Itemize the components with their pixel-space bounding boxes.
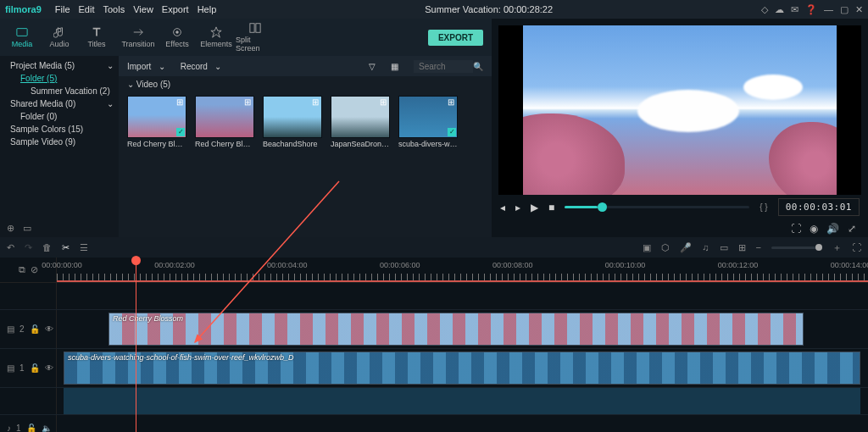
preview-monitor <box>498 25 861 195</box>
tab-titles[interactable]: Titles <box>78 25 115 50</box>
panel-tabs: Media Audio Titles <box>0 19 119 56</box>
tree-project-media[interactable]: Project Media (5)⌄ <box>5 59 114 72</box>
lock-icon[interactable]: 🔓 <box>26 424 36 432</box>
playhead[interactable] <box>136 258 136 432</box>
camera-icon[interactable]: ◉ <box>810 223 818 235</box>
menu-export[interactable]: Export <box>162 4 189 14</box>
tree-sample-video[interactable]: Sample Video (9) <box>10 137 75 147</box>
clip-label: BeachandShore <box>263 138 322 148</box>
media-clip[interactable]: ⊞✓scuba-divers-watchi... <box>398 96 458 148</box>
track-video-1: ▤1🔓👁 scuba-divers-watching-school-of-fis… <box>0 349 868 388</box>
next-frame-icon[interactable]: ▸ <box>515 202 520 213</box>
minimize-icon[interactable]: — <box>824 4 833 15</box>
track-audio-1: ♪1🔓🔈 <box>0 415 868 432</box>
magnet-icon[interactable]: ⧉ <box>19 264 25 275</box>
ruler-tick: 00:00:00:00 <box>42 261 82 269</box>
app-brand: filmora9 <box>5 4 42 14</box>
maximize-icon[interactable]: ▢ <box>840 4 849 15</box>
marker1-icon[interactable]: ⬡ <box>661 242 670 253</box>
close-icon[interactable]: ✕ <box>855 4 863 15</box>
ruler-tick: 00:00:12:00 <box>718 261 759 269</box>
timeline: ⧉⊘ 00:00:00:0000:00:02:0000:00:04:0000:0… <box>0 258 868 432</box>
stop-icon[interactable]: ■ <box>548 202 554 213</box>
user-icon[interactable]: ◇ <box>761 4 768 15</box>
timeline-audio-scuba[interactable] <box>64 388 860 414</box>
tree-shared-media[interactable]: Shared Media (0)⌄ <box>5 97 114 110</box>
filter-icon[interactable]: ▽ <box>369 62 376 71</box>
undo-icon[interactable]: ↶ <box>7 242 14 253</box>
media-clip[interactable]: ⊞Red Cherry Blossom4 <box>195 96 254 148</box>
record-dropdown[interactable]: Record ⌄ <box>181 62 222 71</box>
loop-icon[interactable]: { } <box>760 202 767 212</box>
menu-file[interactable]: File <box>55 4 70 14</box>
search-icon[interactable]: 🔍 <box>473 62 483 71</box>
import-dropdown[interactable]: Import ⌄ <box>127 62 165 71</box>
menu-view[interactable]: View <box>133 4 153 14</box>
eye-icon[interactable]: 👁 <box>45 363 53 373</box>
timeline-ruler[interactable]: ⧉⊘ 00:00:00:0000:00:02:0000:00:04:0000:0… <box>0 258 868 283</box>
grid-view-icon[interactable]: ▦ <box>391 62 398 71</box>
window-title: Summer Vacation: 00:00:28:22 <box>225 4 753 14</box>
cloud-icon[interactable]: ☁ <box>775 4 784 15</box>
search-input[interactable] <box>414 60 473 73</box>
menu-tools[interactable]: Tools <box>103 4 125 14</box>
clip-label: JapanSeaDrone3 <box>331 138 390 148</box>
volume-icon[interactable]: 🔊 <box>826 223 839 235</box>
voiceover-icon[interactable]: 🎤 <box>680 242 692 253</box>
eye-icon[interactable]: 👁 <box>45 324 53 334</box>
menu-edit[interactable]: Edit <box>79 4 95 14</box>
zoom-slider[interactable] <box>771 246 822 249</box>
media-clip[interactable]: ⊞✓Red Cherry Blossom <box>127 96 186 148</box>
tree-summer-vacation[interactable]: Summer Vacation (2) <box>31 86 110 96</box>
clip-grip-icon: ⊞ <box>244 97 253 106</box>
render-preview-icon[interactable]: ▣ <box>643 242 651 253</box>
menubar: filmora9 File Edit Tools View Export Hel… <box>0 0 868 19</box>
timeline-clip-cherry[interactable]: Red Cherry Blossom <box>108 313 804 346</box>
ruler-tick: 00:00:10:00 <box>605 261 646 269</box>
export-button[interactable]: EXPORT <box>428 30 483 46</box>
add-folder-icon[interactable]: ⊕ <box>7 223 14 234</box>
tab-audio[interactable]: Audio <box>41 25 78 50</box>
preview-canvas[interactable] <box>523 25 837 195</box>
zoom-fit-icon[interactable]: ⛶ <box>852 242 861 252</box>
zoom-in-icon[interactable]: ＋ <box>832 241 842 254</box>
redo-icon[interactable]: ↷ <box>25 242 32 253</box>
media-clip[interactable]: ⊞JapanSeaDrone3 <box>331 96 390 148</box>
zoom-out-icon[interactable]: − <box>756 242 761 252</box>
lock-icon[interactable]: 🔓 <box>30 363 40 373</box>
audio-mixer-icon[interactable]: ♫ <box>702 242 709 252</box>
fullscreen-icon[interactable]: ⤢ <box>848 223 856 235</box>
mail-icon[interactable]: ✉ <box>791 4 798 15</box>
tree-sample-colors[interactable]: Sample Colors (15) <box>10 125 83 134</box>
tab-split-screen[interactable]: Split Screen <box>236 20 275 54</box>
mute-icon[interactable]: 🔈 <box>42 424 52 432</box>
ruler-tick: 00:00:02:00 <box>154 261 195 269</box>
tab-effects[interactable]: Effects <box>158 25 197 50</box>
menu-help[interactable]: Help <box>198 4 217 14</box>
preview-slider[interactable] <box>565 206 749 208</box>
marker3-icon[interactable]: ⊞ <box>738 242 746 253</box>
folder-icon[interactable]: ▭ <box>23 223 31 234</box>
tab-elements[interactable]: Elements <box>197 25 236 50</box>
tab-media[interactable]: Media <box>3 25 41 50</box>
prev-frame-icon[interactable]: ◂ <box>500 202 505 213</box>
tab-transition[interactable]: Transition <box>119 25 158 50</box>
timeline-clip-scuba[interactable]: scuba-divers-watching-school-of-fish-swi… <box>64 352 860 385</box>
split-icon[interactable]: ✂ <box>62 242 70 253</box>
settings-icon[interactable]: ❓ <box>805 4 817 15</box>
clip-grid: ⊞✓Red Cherry Blossom⊞Red Cherry Blossom4… <box>119 92 492 152</box>
lock-icon[interactable]: 🔓 <box>30 324 40 334</box>
media-clip[interactable]: ⊞BeachandShore <box>263 96 322 148</box>
tree-shared-folder[interactable]: Folder (0) <box>20 112 57 121</box>
snapshot-frame-icon[interactable]: ⛶ <box>791 223 801 235</box>
crop-icon[interactable]: ☰ <box>80 242 88 253</box>
link-icon[interactable]: ⊘ <box>31 264 38 275</box>
delete-icon[interactable]: 🗑 <box>42 242 52 252</box>
section-video[interactable]: ⌄ Video (5) <box>119 76 492 92</box>
marker2-icon[interactable]: ▭ <box>720 242 728 253</box>
track-audio-linked <box>0 388 868 415</box>
tree-folder[interactable]: Folder (5) <box>20 74 57 83</box>
svg-rect-3 <box>250 24 254 33</box>
track-index-icon: ▤ <box>7 324 14 334</box>
play-icon[interactable]: ▶ <box>531 202 538 213</box>
